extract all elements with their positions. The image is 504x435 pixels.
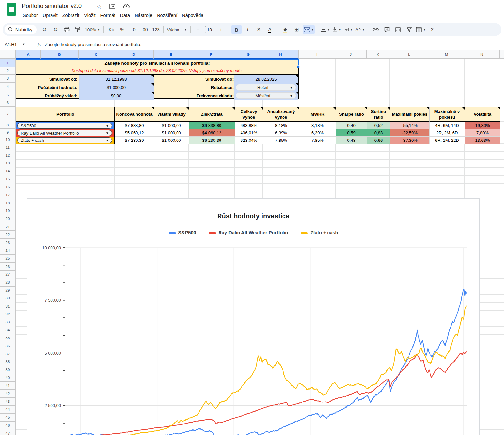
row-header-2[interactable]: 2 [0, 67, 16, 75]
zoom-select[interactable]: 100%▼ [84, 25, 101, 34]
column-header-D[interactable]: D [114, 50, 154, 59]
row-header-3[interactable]: 3 [0, 75, 16, 83]
row-header-1[interactable]: 1 [0, 59, 16, 67]
increase-font-size[interactable]: + [216, 25, 226, 34]
table-cell[interactable]: 7,85% [263, 137, 299, 144]
table-cell[interactable]: $1 000,00 [154, 129, 189, 137]
table-cell[interactable]: 406,01% [235, 129, 263, 137]
formula-input[interactable]: Zadejte hodnoty pro simulaci a srovnání … [45, 42, 141, 47]
row-header-47[interactable]: 47 [0, 429, 16, 435]
table-cell[interactable]: $7 230,39 [115, 137, 154, 144]
row-header-21[interactable]: 21 [0, 223, 16, 231]
table-cell[interactable]: $7 838,80 [115, 122, 154, 129]
row-header-7[interactable]: 7 [0, 107, 16, 121]
table-cell[interactable]: 6,39% [299, 129, 336, 137]
table-cell[interactable]: 7,85% [299, 137, 336, 144]
table-cell[interactable]: 0,52 [367, 122, 390, 129]
menu-roz-en-[interactable]: Rozšíření [155, 12, 179, 19]
row-header-30[interactable]: 30 [0, 294, 16, 302]
row-header-4[interactable]: 4 [0, 83, 16, 91]
row-header-14[interactable]: 14 [0, 167, 16, 175]
row-header-12[interactable]: 12 [0, 151, 16, 159]
table-cell[interactable]: $4 060,12 [189, 129, 235, 137]
name-box[interactable]: A1:H1 ▼ [0, 42, 36, 47]
table-cell[interactable]: 623,04% [235, 137, 263, 144]
row-header-10[interactable]: 10 [0, 136, 16, 143]
table-cell[interactable]: -37,30% [390, 137, 430, 144]
insert-comment-icon[interactable] [382, 25, 392, 34]
text-color[interactable]: A [265, 25, 275, 34]
fill-color[interactable]: ◆ [280, 25, 291, 34]
insert-chart-icon[interactable] [393, 25, 403, 34]
table-cell[interactable]: 8,18% [263, 122, 299, 129]
sheet-grid[interactable]: Zadejte hodnoty pro simulaci a srovnání … [0, 50, 504, 435]
column-header-K[interactable]: K [367, 50, 389, 59]
table-cell[interactable]: 7,80% [465, 129, 500, 137]
format-currency[interactable]: Kč [106, 25, 116, 34]
table-cell[interactable]: 8,18% [299, 122, 336, 129]
row-header-19[interactable]: 19 [0, 207, 16, 215]
insert-link-icon[interactable] [370, 25, 381, 34]
selection-fill-handle[interactable] [297, 65, 300, 68]
table-cell[interactable]: 0,66 [367, 137, 390, 144]
menu-data[interactable]: Data [117, 12, 132, 19]
row-header-27[interactable]: 27 [0, 271, 16, 278]
row-header-44[interactable]: 44 [0, 406, 16, 414]
more-formats[interactable]: 123 [151, 25, 161, 34]
merge-cells-icon[interactable]: ▼ [303, 25, 315, 34]
table-cell[interactable]: 0,40 [336, 122, 367, 129]
table-cell[interactable]: 2R, 2M, 6D [430, 129, 465, 137]
decrease-decimals[interactable]: .0 [128, 25, 139, 34]
row-header-13[interactable]: 13 [0, 159, 16, 167]
row-header-22[interactable]: 22 [0, 231, 16, 239]
table-cell[interactable]: $1 000,00 [154, 137, 189, 144]
column-header-A[interactable]: A [16, 50, 41, 59]
row-header-6[interactable]: 6 [0, 99, 16, 107]
horizontal-align-icon[interactable]: ▼ [320, 25, 331, 34]
move-folder-icon[interactable] [109, 3, 116, 10]
column-header-M[interactable]: M [429, 50, 464, 59]
menu-zobrazit[interactable]: Zobrazit [60, 12, 82, 19]
table-cell[interactable]: 6R, 1M, 22D [430, 137, 465, 144]
column-header-C[interactable]: C [79, 50, 114, 59]
input-value-simulovat-od-[interactable]: 31.12.1998 [79, 75, 154, 84]
font-select[interactable]: Výcho...▼ [166, 25, 188, 34]
dropdown-rebalance-[interactable]: Roční▼ [236, 84, 296, 91]
borders-icon[interactable]: ⊞ [291, 25, 302, 34]
portfolio-select-dropdown[interactable]: S&P500▼ [17, 123, 112, 129]
table-cell[interactable]: $6 230,39 [189, 137, 235, 144]
input-value-simulovat-do-[interactable]: 28.02.2025 [234, 75, 298, 84]
row-header-5[interactable]: 5 [0, 91, 16, 99]
row-header-23[interactable]: 23 [0, 239, 16, 247]
table-cell[interactable]: 13,63% [465, 137, 500, 144]
text-wrap-icon[interactable]: ▼ [343, 25, 354, 34]
undo-icon[interactable]: ↺ [39, 25, 50, 34]
table-cell[interactable]: 0,83 [367, 129, 390, 137]
vertical-align-icon[interactable]: ▼ [331, 25, 342, 34]
menu-form-t[interactable]: Formát [98, 12, 118, 19]
dropdown-frekvence-vkladu-[interactable]: Měsíční▼ [236, 92, 296, 99]
menu-soubor[interactable]: Soubor [20, 12, 40, 19]
row-header-39[interactable]: 39 [0, 366, 16, 374]
row-header-41[interactable]: 41 [0, 382, 16, 390]
row-header-31[interactable]: 31 [0, 302, 16, 310]
table-cell[interactable]: 19,30% [465, 122, 500, 129]
input-value-rebalance-[interactable]: Roční▼ [234, 83, 298, 92]
font-size-input[interactable]: 10 [204, 25, 215, 34]
table-cell[interactable]: 6,39% [263, 129, 299, 137]
bold[interactable]: B [231, 25, 242, 34]
functions[interactable]: Σ [427, 25, 438, 34]
row-header-26[interactable]: 26 [0, 263, 16, 271]
paint-format-icon[interactable] [73, 25, 83, 34]
table-cell[interactable]: $1 000,00 [154, 122, 189, 129]
star-icon[interactable]: ☆ [97, 3, 102, 10]
chart[interactable]: Růst hodnoty investice S&P500Ray Dalio A… [27, 198, 480, 435]
table-cell[interactable]: 4R, 6M, 14D [430, 122, 465, 129]
row-header-37[interactable]: 37 [0, 350, 16, 358]
cloud-status-icon[interactable] [123, 3, 130, 10]
portfolio-select-dropdown[interactable]: Zlato + cash▼ [17, 137, 112, 143]
table-cell[interactable]: $6 838,80 [189, 122, 235, 129]
portfolio-select-dropdown[interactable]: Ray Dalio All Weather Portfolio▼ [17, 130, 112, 136]
create-filter-icon[interactable] [404, 25, 414, 34]
row-header-11[interactable]: 11 [0, 143, 16, 151]
